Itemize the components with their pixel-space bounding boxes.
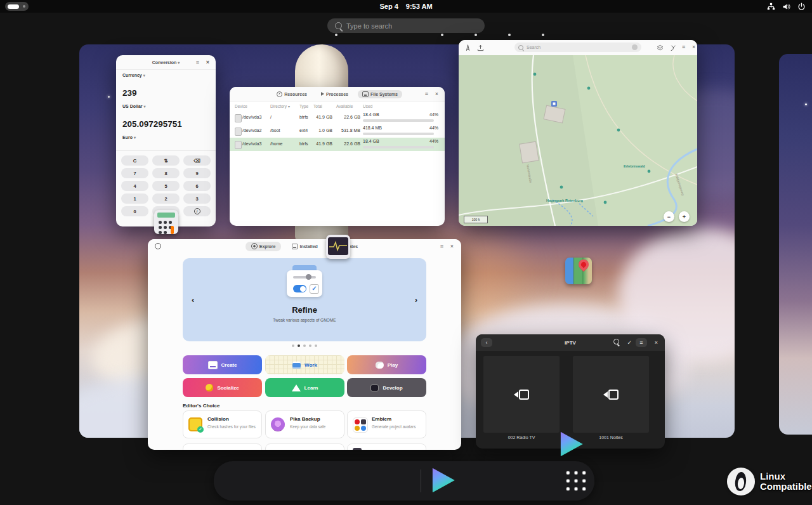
col-used[interactable]: Used (363, 104, 372, 108)
col-available[interactable]: Available (336, 104, 353, 108)
key-2[interactable]: 2 (152, 193, 180, 204)
app-card-emblem[interactable]: Emblem Generate project avatars (347, 410, 426, 438)
key-4[interactable]: 4 (121, 181, 148, 191)
close-button[interactable]: × (692, 44, 695, 50)
col-type[interactable]: Type (299, 104, 308, 108)
category-create[interactable]: Create (183, 355, 262, 374)
pika-backup-icon (271, 417, 285, 431)
keypad: C ⇅ ⌫ 7 8 9 4 5 6 1 2 3 0 i (121, 155, 211, 216)
app-card-collision[interactable]: ✓ Collision Check hashes for your files (183, 410, 262, 438)
carousel-next-icon[interactable]: › (415, 295, 417, 305)
col-device[interactable]: Device (235, 104, 247, 108)
category-work[interactable]: Work (265, 355, 344, 374)
carousel-dot[interactable] (309, 344, 311, 347)
usage-bar (363, 133, 434, 135)
adjacent-workspace-preview[interactable] (779, 54, 812, 435)
map-canvas[interactable]: Hagenpark Rotenburg Erlebniswald Wildgeh… (459, 55, 697, 226)
window-maps[interactable]: Search ≡ × Hagenpark Rotenburg Erlebnisw… (459, 40, 697, 226)
table-row[interactable]: /dev/vda2 /boot ext4 1.0 GB 531.8 MB 418… (230, 124, 445, 138)
clock-button[interactable]: Sep 4 9:53 AM (0, 0, 812, 13)
window-iptv[interactable]: IPTV ‹ ✓ ≡ × 002 Radio TV 1001 Noites (476, 334, 665, 449)
cell-available: 22.6 GB (334, 115, 360, 119)
maps-search-input[interactable]: Search (514, 43, 641, 52)
monitor-app-badge-icon[interactable] (326, 235, 350, 259)
category-play[interactable]: Play (347, 355, 426, 374)
route-icon[interactable] (670, 44, 677, 51)
table-row-selected[interactable]: /dev/vda3 /home btrfs 41.9 GB 22.6 GB 18… (230, 138, 445, 151)
search-input[interactable]: Type to search (327, 18, 485, 33)
carousel-dot-active[interactable] (298, 344, 300, 347)
channel-name: 002 Radio TV (483, 435, 560, 440)
system-status-area[interactable] (767, 0, 806, 13)
layers-icon[interactable] (657, 44, 664, 51)
menu-button[interactable]: ≡ (440, 244, 443, 249)
dock-app-grid-icon[interactable] (564, 469, 588, 493)
zoom-in-button[interactable]: + (679, 211, 690, 222)
menu-button[interactable]: ≡ (425, 91, 428, 97)
category-learn[interactable]: Learn (265, 378, 344, 397)
table-row[interactable]: /dev/vda3 / btrfs 41.9 GB 22.6 GB 18.4 G… (230, 111, 445, 124)
key-9[interactable]: 9 (183, 168, 211, 178)
menu-button[interactable]: ≡ (682, 44, 685, 50)
to-unit-dropdown[interactable]: Euro▾ (122, 135, 136, 140)
tab-installed[interactable]: Installed (286, 242, 323, 251)
tab-resources[interactable]: Resources (272, 90, 311, 98)
key-clear[interactable]: C (121, 155, 148, 166)
menu-button[interactable]: ≡ (196, 60, 199, 65)
col-total[interactable]: Total (313, 104, 322, 108)
app-card-partial[interactable] (183, 443, 262, 450)
close-button[interactable]: × (450, 244, 454, 249)
carousel-dots[interactable] (148, 344, 461, 347)
key-info-icon[interactable]: i (183, 206, 211, 216)
search-icon[interactable] (613, 338, 619, 347)
featured-banner[interactable]: ‹ › ✓ Refine Tweak various aspects of GN… (183, 258, 426, 341)
zoom-out-button[interactable]: − (664, 211, 674, 222)
editors-choice-heading: Editor's Choice (183, 403, 219, 409)
window-software[interactable]: Explore Installed ↻Updates ≡ × ‹ › ✓ Ref… (148, 239, 461, 450)
key-1[interactable]: 1 (121, 193, 148, 204)
window-converter[interactable]: Conversion ▾ ≡ × Currency▾ 239 US Dollar… (116, 55, 216, 226)
key-3[interactable]: 3 (183, 193, 211, 204)
channel-tile[interactable] (573, 356, 649, 433)
channel-tile[interactable] (483, 356, 560, 433)
from-value[interactable]: 239 (122, 88, 137, 98)
window-system-monitor[interactable]: Resources Processes File Systems ≡ × Dev… (230, 87, 445, 226)
back-button[interactable]: ‹ (481, 338, 492, 347)
key-0[interactable]: 0 (121, 206, 148, 216)
close-button[interactable]: × (206, 60, 209, 65)
tab-processes[interactable]: Processes (317, 91, 353, 98)
key-6[interactable]: 6 (183, 181, 211, 191)
app-card-partial[interactable] (265, 443, 344, 450)
menu-button[interactable]: ≡ (636, 338, 647, 347)
category-socialize[interactable]: Socialize (183, 378, 262, 397)
col-directory[interactable]: Directory▾ (270, 104, 290, 108)
carousel-dot[interactable] (292, 344, 294, 347)
tab-explore[interactable]: Explore (246, 242, 282, 251)
tab-file-systems[interactable]: File Systems (358, 90, 402, 98)
export-icon[interactable] (477, 44, 484, 51)
key-7[interactable]: 7 (121, 168, 148, 178)
carousel-dot[interactable] (303, 344, 306, 347)
app-card-partial[interactable] (347, 443, 426, 450)
carousel-prev-icon[interactable]: ‹ (192, 295, 194, 305)
refine-app-icon: ✓ (287, 268, 322, 298)
converter-title[interactable]: Conversion (152, 60, 177, 65)
go-to-location-icon[interactable] (464, 44, 471, 51)
category-dropdown[interactable]: Currency▾ (122, 73, 145, 77)
video-camera-icon (514, 390, 529, 400)
close-button[interactable]: × (655, 338, 658, 347)
search-icon[interactable] (155, 243, 161, 249)
category-develop[interactable]: Develop (347, 378, 426, 397)
close-button[interactable]: × (435, 91, 438, 97)
select-check-icon[interactable]: ✓ (627, 338, 632, 347)
key-swap-icon[interactable]: ⇅ (152, 155, 180, 166)
from-unit-dropdown[interactable]: US Dollar▾ (122, 104, 146, 108)
key-backspace-icon[interactable]: ⌫ (183, 155, 211, 166)
key-5[interactable]: 5 (152, 181, 180, 191)
key-8[interactable]: 8 (152, 168, 180, 178)
converter-app-badge-calculator-icon[interactable] (154, 210, 178, 234)
maps-app-badge-icon[interactable] (565, 258, 592, 284)
avatar[interactable] (632, 44, 638, 50)
app-card-pika-backup[interactable]: Pika Backup Keep your data safe (265, 410, 344, 438)
carousel-dot[interactable] (315, 344, 317, 347)
